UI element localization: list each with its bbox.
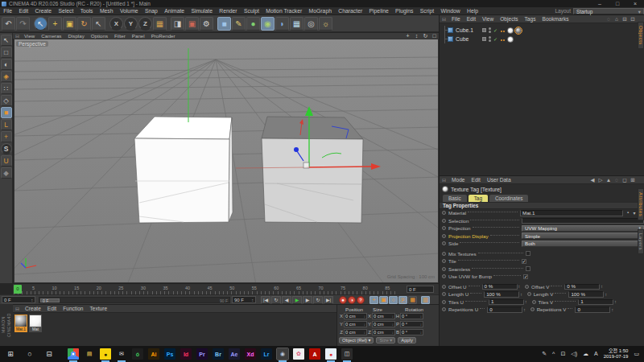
render-settings-icon[interactable]: ⚙ bbox=[200, 17, 213, 31]
divider[interactable] bbox=[31, 17, 33, 31]
goto-end-button[interactable]: ▶| bbox=[324, 296, 333, 304]
anim-dot-icon[interactable] bbox=[442, 300, 446, 304]
prev-frame-button[interactable]: ◀ bbox=[282, 296, 291, 304]
menu-item[interactable]: Select bbox=[55, 7, 76, 15]
menu-item[interactable]: MoGraph bbox=[305, 7, 335, 15]
texture-mode-icon[interactable]: ◐ bbox=[1, 59, 12, 70]
visibility-dots[interactable] bbox=[489, 27, 491, 34]
menu-item[interactable]: Snap bbox=[142, 7, 161, 15]
edges-mode-icon[interactable]: ◇ bbox=[1, 95, 12, 106]
offset-v-field[interactable]: 0 % bbox=[564, 284, 600, 290]
record-objects-button[interactable]: ● bbox=[339, 296, 347, 304]
anim-dot-icon[interactable] bbox=[442, 234, 446, 238]
pen-tray-icon[interactable]: ✎ bbox=[542, 351, 547, 357]
om-search-icon[interactable]: ◌ bbox=[605, 16, 613, 23]
anim-dot-icon[interactable] bbox=[442, 252, 446, 256]
green-app-icon[interactable]: ó bbox=[132, 348, 143, 360]
bridge-icon[interactable]: Br bbox=[213, 348, 224, 360]
menu-item[interactable]: Help bbox=[464, 7, 481, 15]
size-x-field[interactable]: 0 cm↕ bbox=[372, 313, 395, 319]
position-z-field[interactable]: 0 cm↕ bbox=[344, 329, 367, 335]
am-forward-icon[interactable]: ▷ bbox=[597, 177, 605, 183]
paint-app-icon[interactable]: ✿ bbox=[293, 348, 304, 360]
menu-item[interactable]: Simulate bbox=[188, 7, 216, 15]
key-rotation-button[interactable]: ○ bbox=[389, 296, 398, 304]
panel-menu-item[interactable]: File bbox=[448, 16, 464, 22]
recorder-app-icon[interactable]: ● bbox=[325, 348, 336, 360]
material-mat1[interactable]: Mat.1 bbox=[14, 315, 27, 332]
divider[interactable] bbox=[106, 17, 109, 31]
tab-coordinates[interactable]: Coordinates bbox=[489, 195, 528, 202]
viewport-menu-item[interactable]: Display bbox=[64, 33, 87, 39]
panel-menu-item[interactable]: View bbox=[479, 16, 497, 22]
magnet-icon[interactable]: U bbox=[1, 155, 12, 167]
premiere-icon[interactable]: Pr bbox=[196, 348, 208, 360]
menu-item[interactable]: Pipeline bbox=[365, 7, 392, 15]
viewport-menu-item[interactable]: Filter bbox=[111, 33, 129, 39]
ime-icon[interactable]: A bbox=[594, 351, 598, 357]
am-lock-icon[interactable]: ◻ bbox=[621, 177, 629, 183]
offset-u-field[interactable]: 0 % bbox=[482, 284, 518, 290]
lock-y-icon[interactable]: Y bbox=[124, 17, 138, 31]
panel-icon[interactable]: ⊟ bbox=[13, 306, 22, 311]
divider[interactable] bbox=[167, 17, 170, 31]
menu-item[interactable]: Render bbox=[216, 7, 241, 15]
chrome-icon[interactable] bbox=[68, 348, 79, 360]
timeline-ruler[interactable]: 51015202530354045505560657075808590 0 0 … bbox=[13, 283, 439, 294]
snap-icon[interactable]: S bbox=[1, 143, 12, 154]
am-search-icon[interactable]: ◌ bbox=[613, 177, 621, 183]
subdivision-surface-icon[interactable]: ● bbox=[246, 17, 260, 31]
anim-dot-icon[interactable] bbox=[525, 285, 529, 289]
panel-menu-item[interactable]: Mode bbox=[448, 177, 469, 183]
loop-button[interactable]: ↻ bbox=[313, 296, 323, 304]
seamless-checkbox[interactable] bbox=[526, 266, 530, 271]
viewport-menu-item[interactable]: Cameras bbox=[38, 33, 64, 39]
om-path-icon[interactable]: ⊟ bbox=[621, 16, 629, 23]
anim-dot-icon[interactable] bbox=[442, 226, 446, 230]
cinema4d-icon[interactable]: ◉ bbox=[277, 348, 288, 360]
menu-item[interactable]: Mesh bbox=[97, 7, 117, 15]
viewport-canvas[interactable] bbox=[14, 39, 439, 283]
clock[interactable]: 오전 1:50 2019-07-19 bbox=[604, 348, 629, 360]
panel-menu-item[interactable]: Function bbox=[60, 306, 86, 311]
panel-menu-item[interactable]: Create bbox=[22, 306, 44, 311]
projection-dropdown[interactable]: UVW Mapping▾ bbox=[522, 225, 644, 232]
material-mat[interactable]: Mat bbox=[29, 315, 42, 332]
panel-menu-item[interactable]: User Data bbox=[484, 177, 514, 183]
frame-spinner[interactable]: 0 F↕ bbox=[2, 296, 35, 303]
viewport-menu-item[interactable]: View bbox=[21, 33, 38, 39]
tboard-app-icon[interactable]: ◫ bbox=[341, 348, 353, 360]
floor-icon[interactable]: ▦ bbox=[290, 17, 303, 31]
position-x-field[interactable]: 0 cm↕ bbox=[344, 313, 367, 319]
am-settings-icon[interactable]: ⊞ bbox=[629, 177, 637, 183]
anim-dot-icon[interactable] bbox=[442, 285, 446, 289]
range-slider-grip[interactable]: 0 F bbox=[40, 298, 60, 302]
am-back-icon[interactable]: ◀ bbox=[588, 177, 597, 183]
indesign-icon[interactable]: Id bbox=[180, 348, 192, 360]
volume-icon[interactable]: ◁) bbox=[571, 351, 577, 357]
camera-icon[interactable]: ◎ bbox=[304, 17, 318, 31]
live-selection-icon[interactable]: ↖ bbox=[34, 17, 47, 31]
object-name[interactable]: Cube.1 bbox=[456, 27, 480, 33]
minimize-button[interactable]: – bbox=[591, 0, 609, 7]
tile-checkbox[interactable]: ✓ bbox=[522, 259, 526, 264]
anim-dot-icon[interactable] bbox=[442, 241, 446, 245]
panel-menu-item[interactable]: Texture bbox=[87, 306, 111, 311]
tiles-v-field[interactable]: 1 bbox=[578, 299, 613, 306]
menu-item[interactable]: Plugins bbox=[392, 7, 417, 15]
close-button[interactable]: × bbox=[626, 0, 644, 7]
material-field[interactable]: Mat.1 bbox=[520, 210, 623, 216]
tab-tag[interactable]: Tag bbox=[469, 195, 488, 202]
tab-objects[interactable]: Objects bbox=[638, 22, 644, 49]
anim-dot-icon[interactable] bbox=[442, 211, 446, 215]
current-frame-field[interactable]: 0 F bbox=[407, 286, 434, 293]
key-scale-button[interactable]: ▣ bbox=[379, 296, 388, 304]
mix-textures-checkbox[interactable] bbox=[526, 251, 530, 256]
onedrive-icon[interactable]: ☁ bbox=[583, 351, 588, 357]
object-name[interactable]: Cube bbox=[456, 36, 480, 42]
menu-item[interactable]: Edit bbox=[15, 7, 31, 15]
frame-range-slider[interactable]: 0 F 90 F bbox=[39, 297, 230, 303]
viewport-menu-item[interactable]: Panel bbox=[129, 33, 148, 39]
rotation-h-field[interactable]: 0 °↕ bbox=[400, 313, 423, 319]
tab-attributes[interactable]: Attributes bbox=[638, 188, 644, 220]
